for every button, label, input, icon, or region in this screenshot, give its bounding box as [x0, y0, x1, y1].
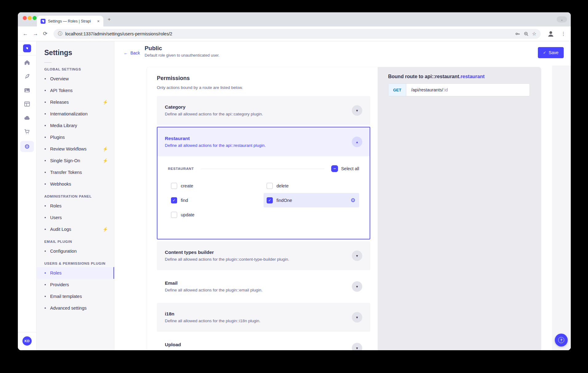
rail-divider — [18, 55, 36, 55]
browser-toolbar: ← → ⟳ ⓘ localhost:1337/admin/settings/us… — [18, 26, 571, 41]
new-tab-button[interactable]: + — [108, 16, 111, 22]
bookmark-star-icon[interactable]: ☆ — [532, 31, 536, 37]
sidebar-item-single-sign-on[interactable]: Single Sign-On⚡ — [37, 155, 114, 166]
action-create: create — [168, 178, 264, 193]
tab-close-icon[interactable]: × — [96, 19, 101, 24]
boost-bolt-icon: ⚡ — [103, 158, 108, 163]
route-path: /api/restaurants/:id — [406, 87, 448, 92]
permissions-card: Permissions Only actions bound by a rout… — [147, 67, 541, 350]
sidebar-item-admin-roles[interactable]: Roles — [37, 200, 114, 212]
chevron-down-icon[interactable]: ▼ — [352, 251, 362, 261]
window-zoom-button[interactable] — [33, 16, 37, 20]
advanced-settings-cog-icon[interactable]: ⚙ — [351, 198, 356, 203]
browser-profile-avatar[interactable] — [547, 30, 555, 38]
sidebar-item-webhooks[interactable]: Webhooks — [37, 178, 114, 190]
permissions-heading: Permissions — [157, 75, 370, 82]
strapi-app: ⚙ KD Settings GLOBAL SETTINGS Overview A… — [18, 41, 571, 350]
group-divider — [201, 169, 324, 169]
user-avatar[interactable]: KD — [22, 336, 32, 346]
accordion-restaurant-header[interactable]: Restaurant Define all allowed actions fo… — [157, 127, 370, 156]
reload-icon[interactable]: ⟳ — [43, 31, 47, 36]
tab-strip: Settings — Roles | Strapi × + ⌄ — [18, 12, 571, 26]
sidebar-item-api-tokens[interactable]: API Tokens — [37, 85, 114, 96]
back-link[interactable]: ← Back — [124, 50, 140, 55]
accordion-category[interactable]: Category Define all allowed actions for … — [157, 96, 370, 125]
cloud-icon[interactable] — [24, 115, 30, 121]
tab-search-chevron-icon[interactable]: ⌄ — [557, 16, 567, 22]
sidebar-item-configuration[interactable]: Configuration — [37, 245, 114, 257]
restaurant-permission-body: RESTAURANT − Select all create — [157, 156, 370, 239]
select-all-checkbox[interactable]: − — [331, 165, 338, 172]
password-key-icon[interactable] — [515, 31, 520, 37]
group-label: RESTAURANT — [168, 167, 194, 170]
address-bar[interactable]: ⓘ localhost:1337/admin/settings/users-pe… — [54, 29, 541, 39]
update-checkbox[interactable] — [171, 212, 177, 218]
sidebar-item-audit-logs[interactable]: Audit Logs⚡ — [37, 223, 114, 235]
save-button[interactable]: ✓ Save — [538, 47, 564, 58]
sidebar-item-internationalization[interactable]: Internationalization — [37, 108, 114, 120]
sidebar-item-media-library[interactable]: Media Library — [37, 120, 114, 131]
sidebar-item-overview[interactable]: Overview — [37, 73, 114, 85]
url-text[interactable]: localhost:1337/admin/settings/users-perm… — [65, 31, 511, 36]
home-icon[interactable] — [24, 59, 30, 66]
accordion-restaurant: Restaurant Define all allowed actions fo… — [157, 127, 370, 239]
marketplace-cart-icon[interactable] — [24, 129, 30, 135]
section-users-permissions-plugin: USERS & PERMISSIONS PLUGIN — [44, 262, 114, 265]
section-administration-panel: ADMINISTRATION PANEL — [44, 195, 114, 198]
help-button[interactable]: ? — [555, 334, 568, 347]
find-checkbox[interactable]: ✓ — [171, 197, 177, 203]
browser-menu-icon[interactable]: ⋮ — [560, 31, 567, 37]
boost-bolt-icon: ⚡ — [103, 227, 108, 232]
section-email-plugin: EMAIL PLUGIN — [44, 240, 114, 243]
content-type-builder-icon[interactable] — [24, 101, 30, 107]
bound-route-title: Bound route to api::restaurant.restauran… — [388, 74, 530, 79]
main-pane: ← Back Public Default role given to unau… — [114, 41, 571, 350]
chevron-down-icon[interactable]: ▼ — [352, 343, 362, 350]
zoom-page-icon[interactable] — [523, 31, 529, 37]
permissions-subtitle: Only actions bound by a route are listed… — [157, 85, 370, 90]
settings-sidebar: Settings GLOBAL SETTINGS Overview API To… — [37, 41, 114, 350]
window-minimize-button[interactable] — [28, 16, 32, 20]
media-library-icon[interactable] — [24, 87, 30, 93]
findone-checkbox[interactable]: ✓ — [267, 197, 273, 203]
site-info-icon[interactable]: ⓘ — [58, 31, 62, 37]
action-update: update — [168, 207, 264, 222]
chevron-down-icon[interactable]: ▼ — [352, 105, 362, 116]
boost-bolt-icon: ⚡ — [103, 146, 108, 151]
sidebar-item-up-roles[interactable]: Roles — [37, 267, 114, 279]
action-empty — [264, 207, 359, 222]
strapi-logo[interactable] — [23, 44, 31, 52]
sidebar-item-advanced-settings[interactable]: Advanced settings — [37, 302, 114, 314]
scroll-gutter — [552, 66, 571, 350]
settings-nav-active[interactable]: ⚙ — [20, 141, 34, 152]
sidebar-item-email-templates[interactable]: Email templates — [37, 291, 114, 302]
sidebar-item-transfer-tokens[interactable]: Transfer Tokens — [37, 166, 114, 178]
sidebar-item-plugins[interactable]: Plugins — [37, 131, 114, 143]
back-icon[interactable]: ← — [23, 31, 28, 36]
accordion-email[interactable]: Email Define all allowed actions for the… — [157, 272, 370, 301]
tab-title: Settings — Roles | Strapi — [48, 19, 93, 23]
browser-tab[interactable]: Settings — Roles | Strapi × — [37, 16, 103, 26]
sidebar-item-providers[interactable]: Providers — [37, 279, 114, 291]
permissions-panel: Permissions Only actions bound by a rout… — [147, 67, 378, 350]
action-findone[interactable]: ✓ findOne ⚙ — [264, 193, 359, 207]
settings-gear-icon: ⚙ — [24, 143, 30, 150]
sidebar-item-releases[interactable]: Releases⚡ — [37, 96, 114, 108]
select-all-label: Select all — [341, 166, 359, 171]
accordion-content-types-builder[interactable]: Content types builder Define all allowed… — [157, 241, 370, 270]
create-checkbox[interactable] — [171, 183, 177, 189]
sidebar-item-review-workflows[interactable]: Review Workflows⚡ — [37, 143, 114, 155]
accordion-upload[interactable]: Upload ▼ — [157, 334, 370, 350]
chevron-up-icon[interactable]: ▲ — [352, 137, 362, 147]
sidebar-item-users[interactable]: Users — [37, 212, 114, 223]
http-method-badge: GET — [388, 84, 406, 96]
chevron-down-icon[interactable]: ▼ — [352, 312, 362, 323]
content-manager-feather-icon[interactable] — [24, 73, 30, 79]
window-close-button[interactable] — [23, 16, 27, 20]
action-delete: delete — [264, 178, 359, 193]
page-subtitle: Default role given to unauthenticated us… — [145, 53, 220, 58]
delete-checkbox[interactable] — [267, 183, 273, 189]
accordion-i18n[interactable]: i18n Define all allowed actions for the … — [157, 303, 370, 332]
forward-icon[interactable]: → — [33, 31, 38, 36]
chevron-down-icon[interactable]: ▼ — [352, 281, 362, 292]
